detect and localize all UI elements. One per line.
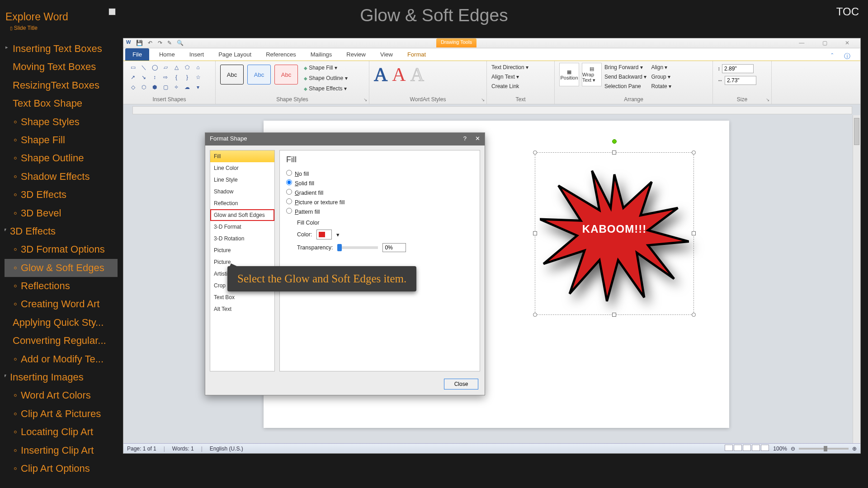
- help-buttons[interactable]: ˆ ⓘ: [831, 52, 860, 61]
- sidebar-item[interactable]: Add or Modify Te...: [5, 350, 118, 368]
- tab-file[interactable]: File: [125, 48, 149, 61]
- chevron-down-icon[interactable]: ▾: [336, 231, 340, 238]
- align-text-button[interactable]: Align Text ▾: [491, 72, 550, 82]
- contextual-tab-drawing-tools[interactable]: Drawing Tools: [436, 38, 476, 47]
- dialog-category[interactable]: 3-D Format: [210, 221, 274, 233]
- fill-radio[interactable]: No fill: [286, 170, 473, 177]
- status-language[interactable]: English (U.S.): [210, 446, 243, 452]
- sidebar-item[interactable]: Applying Quick Sty...: [5, 314, 118, 332]
- shape-outline-button[interactable]: Shape Outline ▾: [304, 73, 347, 84]
- wrap-text-button[interactable]: ▤Wrap Text ▾: [582, 63, 602, 86]
- dialog-category[interactable]: Shadow: [210, 186, 274, 197]
- status-words[interactable]: Words: 1: [172, 446, 194, 452]
- zoom-out-icon[interactable]: ⊖: [791, 446, 795, 452]
- shape-fill-button[interactable]: Shape Fill ▾: [304, 63, 347, 73]
- sidebar-item[interactable]: 3D Effects: [5, 186, 118, 204]
- resize-handle[interactable]: [612, 150, 616, 155]
- tab-view[interactable]: View: [373, 48, 400, 61]
- toc-link[interactable]: TOC: [836, 5, 859, 18]
- position-button[interactable]: ▦Position: [559, 63, 579, 86]
- dialog-category[interactable]: Line Color: [210, 162, 274, 174]
- dialog-category[interactable]: Text Box: [210, 291, 274, 303]
- tab-format[interactable]: Format: [400, 48, 433, 61]
- sidebar-item[interactable]: Converting Regular...: [5, 332, 118, 350]
- view-buttons[interactable]: [724, 445, 769, 452]
- align-button[interactable]: Align ▾: [651, 63, 671, 72]
- fill-radio[interactable]: Solid fill: [286, 179, 473, 187]
- send-backward-button[interactable]: Send Backward ▾: [604, 72, 646, 82]
- selection-pane-button[interactable]: Selection Pane: [604, 82, 646, 91]
- vertical-scrollbar[interactable]: [853, 115, 860, 443]
- create-link-button[interactable]: Create Link: [491, 82, 550, 91]
- dialog-category[interactable]: Reflection: [210, 197, 274, 209]
- sidebar-item[interactable]: Clip Art Options: [5, 460, 118, 478]
- dialog-category[interactable]: Line Style: [210, 174, 274, 186]
- sidebar-item[interactable]: Reflections: [5, 277, 118, 295]
- horizontal-ruler[interactable]: [132, 106, 852, 114]
- zoom-in-icon[interactable]: ⊕: [852, 446, 857, 452]
- shape-height-input[interactable]: [722, 64, 754, 73]
- style-preset-1[interactable]: Abc: [220, 65, 244, 84]
- close-icon[interactable]: ✕: [475, 135, 480, 142]
- quick-access-toolbar[interactable]: 💾 ↶ ↷ ✎ 🔍: [136, 40, 185, 46]
- style-preset-2[interactable]: Abc: [247, 65, 271, 84]
- selected-shape-bounds[interactable]: KABOOM!!!: [535, 152, 694, 315]
- shapes-gallery[interactable]: ▭＼◯▱△⬠⌂ ↗↘↕⇨{}☆ ◇⬡⬢▢✧☁▾: [128, 63, 209, 92]
- style-preset-3[interactable]: Abc: [274, 65, 298, 84]
- sidebar-item[interactable]: Inserting Clip Art: [5, 441, 118, 460]
- sidebar-item[interactable]: Moving Text Boxes: [5, 58, 118, 76]
- sidebar-item[interactable]: Clip Art & Pictures: [5, 405, 118, 423]
- shape-effects-button[interactable]: Shape Effects ▾: [304, 84, 347, 94]
- sidebar-item[interactable]: ResizingText Boxes: [5, 76, 118, 94]
- color-picker-button[interactable]: [316, 230, 332, 239]
- tab-home[interactable]: Home: [152, 48, 182, 61]
- group-button[interactable]: Group ▾: [651, 72, 671, 82]
- rotate-handle[interactable]: [612, 139, 617, 144]
- rotate-button[interactable]: Rotate ▾: [651, 82, 671, 91]
- bring-forward-button[interactable]: Bring Forward ▾: [604, 63, 646, 72]
- sidebar-item[interactable]: Shape Styles: [5, 113, 118, 131]
- dialog-category[interactable]: Fill: [210, 150, 274, 162]
- sidebar-item[interactable]: Glow & Soft Edges: [5, 259, 118, 277]
- window-buttons[interactable]: — ▢ ✕: [799, 40, 858, 46]
- resize-handle[interactable]: [692, 150, 696, 155]
- sidebar-item[interactable]: Text Box Shape: [5, 94, 118, 113]
- shape-text[interactable]: KABOOM!!!: [535, 223, 693, 235]
- close-button[interactable]: Close: [444, 379, 478, 389]
- tab-page-layout[interactable]: Page Layout: [211, 48, 259, 61]
- tab-references[interactable]: References: [259, 48, 303, 61]
- help-icon[interactable]: ?: [463, 135, 467, 142]
- dialog-titlebar[interactable]: Format Shape ? ✕: [205, 133, 485, 145]
- dialog-category[interactable]: Glow and Soft Edges: [210, 209, 274, 221]
- resize-handle[interactable]: [533, 313, 537, 317]
- sidebar-item[interactable]: Inserting Images: [5, 368, 118, 386]
- resize-handle[interactable]: [612, 313, 616, 317]
- resize-handle[interactable]: [692, 313, 696, 317]
- sidebar-item[interactable]: Locating Clip Art: [5, 423, 118, 441]
- sidebar-item[interactable]: 3D Format Options: [5, 240, 118, 258]
- sidebar-item[interactable]: Inserting Text Boxes: [5, 40, 118, 58]
- sidebar-item[interactable]: 3D Bevel: [5, 204, 118, 222]
- wordart-gallery[interactable]: A A A: [374, 64, 424, 85]
- transparency-slider[interactable]: [337, 246, 378, 249]
- text-direction-button[interactable]: Text Direction ▾: [491, 63, 550, 72]
- dialog-category[interactable]: Picture: [210, 244, 274, 256]
- shape-style-gallery[interactable]: Abc Abc Abc: [220, 65, 298, 84]
- resize-handle[interactable]: [533, 150, 537, 155]
- fill-radio[interactable]: Pattern fill: [286, 208, 473, 215]
- sidebar-item[interactable]: Creating Word Art: [5, 295, 118, 313]
- tab-mailings[interactable]: Mailings: [303, 48, 340, 61]
- sidebar-item[interactable]: Word Art Colors: [5, 386, 118, 404]
- status-page[interactable]: Page: 1 of 1: [127, 446, 156, 452]
- sidebar-item[interactable]: Shadow Effects: [5, 168, 118, 186]
- sidebar-item[interactable]: Shape Fill: [5, 131, 118, 149]
- shape-width-input[interactable]: [725, 76, 756, 85]
- fill-radio[interactable]: Picture or texture fill: [286, 198, 473, 206]
- dialog-category[interactable]: 3-D Rotation: [210, 233, 274, 244]
- dialog-category[interactable]: Alt Text: [210, 303, 274, 315]
- fill-radio[interactable]: Gradient fill: [286, 189, 473, 196]
- tab-review[interactable]: Review: [339, 48, 373, 61]
- tab-insert[interactable]: Insert: [182, 48, 212, 61]
- sidebar-item[interactable]: 3D Effects: [5, 222, 118, 240]
- transparency-input[interactable]: [382, 243, 406, 252]
